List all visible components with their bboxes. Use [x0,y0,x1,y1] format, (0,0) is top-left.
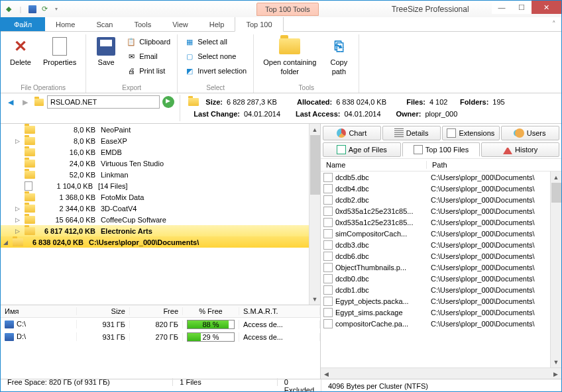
filelist-col-name[interactable]: Name [321,161,427,169]
file-row[interactable]: dcdb4.dbcC:\Users\plopr_000\Documents\ [321,183,561,194]
selectnone-button[interactable]: ▢Select none [182,49,249,64]
drives-col-pct[interactable]: % Free [183,307,239,315]
copypath-button[interactable]: ⎘ Copy path [323,34,355,77]
tree-row[interactable]: ▷2 344,0 KB3D-CoatV4 [1,203,320,214]
selectall-button[interactable]: ▦Select all [182,34,249,49]
menu-home[interactable]: Home [45,17,85,31]
tree-row[interactable]: 1 104,0 KB[14 Files] [1,180,320,191]
expand-arrow-icon[interactable]: ▷ [15,228,23,234]
tree-row[interactable]: 16,0 KBEMDB [1,146,320,158]
menu-view[interactable]: View [162,17,199,31]
tree-size: 6 838 024,0 KB [25,238,87,246]
expand-arrow-icon[interactable]: ▷ [15,205,23,212]
file-list-header[interactable]: Name Path [321,158,561,172]
folder-icon [25,160,35,168]
history-icon [503,145,512,154]
menu-tools[interactable]: Tools [123,17,162,31]
drive-row[interactable]: C:\931 ГБ820 ГБ88 %Access de... [1,318,320,330]
folder-tree[interactable]: 8,0 KBNeoPaint▷8,0 KBEaseXP16,0 KBEMDB24… [1,124,320,305]
qa-dropdown-icon[interactable]: ▾ [51,4,62,15]
tree-row[interactable]: ▷8,0 KBEaseXP [1,135,320,146]
tab-users[interactable]: Users [501,126,559,140]
qa-save-icon[interactable] [27,4,38,15]
menu-scan[interactable]: Scan [85,17,123,31]
qa-refresh-icon[interactable]: ⟳ [39,4,50,15]
file-row[interactable]: simCompositorCach...C:\Users\plopr_000\D… [321,228,561,239]
tree-row[interactable]: ◢6 838 024,0 KBC:\Users\plopr_000\Docume… [1,236,320,248]
filelist-scrollbar[interactable]: ▲ ▼ [550,172,561,368]
file-row[interactable]: dcdb1.dbcC:\Users\plopr_000\Documents\ [321,284,561,295]
filelist-hscroll[interactable]: ◀ ▶ [321,368,561,379]
filelist-col-path[interactable]: Path [427,161,561,169]
save-button[interactable]: Save [90,34,122,68]
tab-age[interactable]: Age of Files [323,142,401,157]
address-input[interactable] [47,95,160,109]
file-row[interactable]: dcdb0.dbcC:\Users\plopr_000\Documents\ [321,273,561,284]
file-icon [323,218,333,227]
expand-arrow-icon[interactable]: ▷ [15,138,23,144]
expand-arrow-icon[interactable]: ▷ [15,217,23,223]
tree-row[interactable]: ▷6 817 412,0 KBElectronic Arts [1,225,320,236]
printlist-button[interactable]: 🖨Print list [123,64,173,78]
openfolder-button[interactable]: Open containing folder [258,34,321,77]
folder-icon [25,205,35,213]
scroll-thumb[interactable] [310,135,320,195]
file-row[interactable]: compositorCache.pa...C:\Users\plopr_000\… [321,318,561,329]
clipboard-button[interactable]: 📋Clipboard [123,34,173,49]
menu-file[interactable]: Файл [1,17,45,31]
scroll-right-icon[interactable]: ▶ [550,368,561,379]
tab-history[interactable]: History [481,142,559,157]
scroll-down-icon[interactable]: ▼ [551,356,561,368]
file-row[interactable]: 0xd535a1c25e231c85...C:\Users\plopr_000\… [321,205,561,217]
collapse-ribbon-icon[interactable]: ˄ [552,20,556,28]
tab-chart[interactable]: Chart [323,126,381,140]
properties-button[interactable]: Properties [38,34,82,68]
nav-back-button[interactable]: ◀ [5,96,17,108]
email-button[interactable]: ✉Email [123,49,173,64]
tree-row[interactable]: 24,0 KBVirtuous Ten Studio [1,158,320,169]
scroll-left-icon[interactable]: ◀ [321,368,332,379]
file-row[interactable]: dcdb3.dbcC:\Users\plopr_000\Documents\ [321,239,561,250]
tree-scrollbar[interactable]: ▲ ▼ [309,124,320,305]
tree-row[interactable]: ▷15 664,0 KBCoffeeCup Software [1,214,320,225]
drives-col-name[interactable]: Имя [1,307,77,315]
file-row[interactable]: ObjectThumbnails.p...C:\Users\plopr_000\… [321,262,561,273]
file-row[interactable]: 0xd535a1c25e231c85...C:\Users\plopr_000\… [321,217,561,228]
file-row[interactable]: Egypt_sims.packageC:\Users\plopr_000\Doc… [321,307,561,318]
drive-row[interactable]: D:\931 ГБ270 ГБ29 %Access de... [1,330,320,343]
file-path: C:\Users\plopr_000\Documents\ [428,252,561,260]
drives-col-smart[interactable]: S.M.A.R.T. [239,307,320,315]
tab-top100[interactable]: Top 100 Files [402,142,480,157]
tab-details[interactable]: Details [382,126,441,140]
go-button[interactable] [162,96,174,108]
file-path: C:\Users\plopr_000\Documents\ [428,241,561,249]
drives-header[interactable]: Имя Size Free % Free S.M.A.R.T. [1,305,320,318]
tree-row[interactable]: 1 368,0 KBFotoMix Data [1,191,320,203]
tree-row[interactable]: 8,0 KBNeoPaint [1,124,320,135]
file-row[interactable]: Egypt_objects.packa...C:\Users\plopr_000… [321,295,561,307]
file-path: C:\Users\plopr_000\Documents\ [428,275,561,283]
tab-extensions[interactable]: Extensions [442,126,500,140]
folder-up-icon[interactable] [34,97,44,107]
delete-button[interactable]: ✕ Delete [5,34,36,68]
drives-col-size[interactable]: Size [77,307,130,315]
menu-help[interactable]: Help [199,17,235,31]
scroll-thumb[interactable] [551,183,561,203]
menu-top100[interactable]: Top 100 [235,17,283,32]
scroll-up-icon[interactable]: ▲ [309,124,320,135]
tree-row[interactable]: 52,0 KBLinkman [1,169,320,180]
close-button[interactable]: ✕ [532,1,561,14]
expand-arrow-icon[interactable]: ◢ [3,239,11,246]
maximize-button[interactable]: ☐ [512,1,532,14]
file-row[interactable]: dcdb6.dbcC:\Users\plopr_000\Documents\ [321,250,561,262]
scroll-up-icon[interactable]: ▲ [551,172,561,183]
file-row[interactable]: dcdb2.dbcC:\Users\plopr_000\Documents\ [321,194,561,205]
nav-forward-button[interactable]: ▶ [19,96,31,108]
file-row[interactable]: dcdb5.dbcC:\Users\plopr_000\Documents\ [321,172,561,183]
scroll-down-icon[interactable]: ▼ [309,293,320,305]
drives-col-free[interactable]: Free [130,307,183,315]
file-list[interactable]: Name Path dcdb5.dbcC:\Users\plopr_000\Do… [321,157,561,379]
file-icon [323,173,333,182]
invert-button[interactable]: ◩Invert selection [182,64,249,78]
minimize-button[interactable]: — [492,1,512,14]
